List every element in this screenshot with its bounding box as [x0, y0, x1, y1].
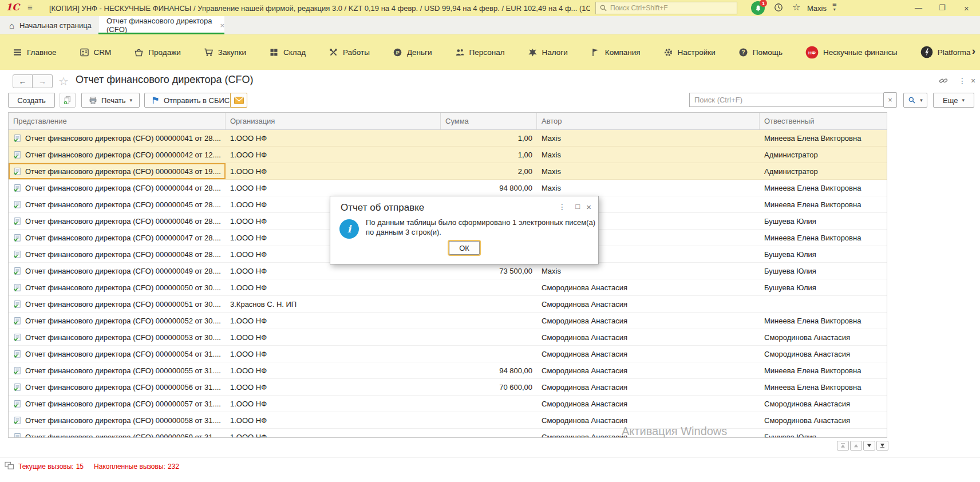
cell-organization: 1.ООО НФ [226, 379, 441, 395]
table-row[interactable]: Отчет финансового директора (CFO) 000000… [9, 163, 887, 180]
ribbon-item-warehouse[interactable]: Склад [269, 48, 306, 57]
cell-author: Смородинова Анастасия [537, 396, 760, 412]
more-button[interactable]: Еще ▾ [933, 93, 974, 108]
table-row[interactable]: Отчет финансового директора (CFO) 000000… [9, 296, 887, 313]
ok-button[interactable]: ОК [449, 241, 480, 255]
close-icon[interactable]: × [964, 3, 969, 13]
history-icon[interactable] [774, 3, 783, 12]
ribbon-item-company[interactable]: Компания [591, 48, 641, 57]
notification-badge: 1 [760, 0, 767, 7]
column-header[interactable]: Сумма [441, 113, 537, 129]
ribbon-item-money[interactable]: РДеньги [393, 48, 432, 57]
ribbon-item-crm[interactable]: CRM [80, 48, 112, 57]
create-button[interactable]: Создать [8, 93, 55, 108]
table-row[interactable]: Отчет финансового директора (CFO) 000000… [9, 329, 887, 346]
ribbon-item-nf[interactable]: НФНескучные финансы [805, 46, 898, 59]
current-user[interactable]: Maxis [807, 4, 827, 13]
cell-organization: 1.ООО НФ [226, 180, 441, 196]
form-kebab-icon[interactable]: ⋮ [958, 76, 966, 85]
ribbon-item-label: Налоги [542, 48, 568, 57]
ribbon-item-purchases[interactable]: Закупки [204, 48, 246, 57]
table-row[interactable]: Отчет финансового директора (CFO) 000000… [9, 412, 887, 429]
arrow-top-icon [840, 443, 846, 449]
ribbon-item-sales[interactable]: Продажи [134, 48, 180, 57]
ribbon-item-personnel[interactable]: Персонал [455, 48, 505, 57]
go-next-button[interactable] [863, 441, 875, 451]
printer-icon [89, 96, 97, 105]
table-row[interactable]: Отчет финансового директора (CFO) 000000… [9, 362, 887, 379]
cell-author: Смородинова Анастасия [537, 362, 760, 378]
link-icon[interactable] [939, 76, 948, 85]
main-menu-icon[interactable]: ≡ [27, 2, 33, 12]
ribbon-item-label: Персонал [469, 48, 505, 57]
ribbon-item-platforma[interactable]: Platforma [920, 46, 971, 58]
ribbon-item-main[interactable]: Главное [13, 48, 57, 57]
dropdown-caret-icon: ▾ [130, 97, 133, 103]
ribbon-item-label: Продажи [148, 48, 180, 57]
table-row[interactable]: Отчет финансового директора (CFO) 000000… [9, 147, 887, 163]
forward-button[interactable]: → [33, 74, 53, 88]
dialog-kebab-icon[interactable]: ⋮ [558, 202, 566, 211]
cell-sum: 94 800,00 [441, 362, 537, 378]
table-row[interactable]: Отчет финансового директора (CFO) 000000… [9, 379, 887, 396]
performance-monitor-icon[interactable] [5, 461, 14, 470]
ribbon-item-taxes[interactable]: Налоги [528, 48, 568, 57]
table-row[interactable]: Отчет финансового директора (CFO) 000000… [9, 279, 887, 296]
cell-responsible: Минеева Елена Викторовна [760, 313, 887, 329]
copy-button[interactable] [60, 93, 76, 108]
go-first-button[interactable] [837, 441, 849, 451]
table-row[interactable]: Отчет финансового директора (CFO) 000000… [9, 346, 887, 362]
cell-author: Смородинова Анастасия [537, 329, 760, 345]
send-email-button[interactable] [230, 93, 247, 108]
ribbon-item-label: Нескучные финансы [823, 48, 898, 57]
ribbon-item-settings[interactable]: Настройки [663, 48, 716, 57]
favorites-star-icon[interactable]: ☆ [792, 2, 800, 13]
table-row[interactable]: Отчет финансового директора (CFO) 000000… [9, 263, 887, 279]
cell-representation: Отчет финансового директора (CFO) 000000… [25, 300, 221, 309]
accumulated-calls-label: Накопленные вызовы: [94, 463, 165, 471]
dialog-close-icon[interactable]: × [586, 202, 591, 212]
column-header[interactable]: Отвественный [760, 113, 887, 129]
table-row[interactable]: Отчет финансового директора (CFO) 000000… [9, 429, 887, 437]
table-row[interactable]: Отчет финансового директора (CFO) 000000… [9, 130, 887, 147]
column-header[interactable]: Организация [226, 113, 441, 129]
tab-close-icon[interactable]: × [220, 21, 224, 30]
personnel-icon [455, 48, 465, 57]
dialog-maximize-icon[interactable]: □ [575, 202, 580, 211]
table-row[interactable]: Отчет финансового директора (CFO) 000000… [9, 396, 887, 412]
cell-sum [441, 396, 537, 412]
ribbon-overflow-icon[interactable]: › [972, 45, 975, 57]
cell-representation: Отчет финансового директора (CFO) 000000… [25, 134, 221, 143]
notifications-button[interactable]: 1 [751, 1, 765, 15]
tab-cfo-report[interactable]: Отчет финансового директора (CFO) × [98, 16, 224, 34]
restore-icon[interactable]: ❐ [939, 3, 946, 12]
table-row[interactable]: Отчет финансового директора (CFO) 000000… [9, 180, 887, 196]
row-navigation [837, 441, 888, 451]
table-row[interactable]: Отчет финансового директора (CFO) 000000… [9, 313, 887, 329]
form-close-icon[interactable]: × [971, 76, 975, 85]
global-search[interactable] [595, 2, 737, 14]
column-header[interactable]: Представление [9, 113, 226, 129]
global-search-input[interactable] [610, 4, 733, 12]
cell-author: Смородинова Анастасия [537, 412, 760, 428]
cell-representation: Отчет финансового директора (CFO) 000000… [25, 333, 221, 342]
favorite-page-star-icon[interactable]: ☆ [58, 74, 69, 88]
column-header[interactable]: Автор [537, 113, 760, 129]
go-previous-button[interactable] [850, 441, 862, 451]
report-doc-icon [13, 134, 22, 143]
minimize-icon[interactable]: — [915, 3, 922, 12]
ribbon-item-help[interactable]: ?Помощь [738, 48, 783, 57]
cell-responsible: Минеева Елена Викторовна [760, 362, 887, 378]
advanced-search-button[interactable]: ▾ [903, 93, 927, 108]
tab-home-page[interactable]: ⌂ Начальная страница [0, 16, 98, 34]
back-button[interactable]: ← [13, 74, 33, 88]
go-last-button[interactable] [876, 441, 888, 451]
service-menu-icon[interactable]: ≡▾ [832, 2, 837, 12]
print-button[interactable]: Печать ▾ [81, 93, 140, 108]
report-doc-icon [13, 433, 22, 438]
report-doc-icon [13, 167, 22, 176]
ribbon-item-works[interactable]: Работы [329, 48, 370, 57]
list-search-input[interactable] [689, 93, 884, 107]
clear-search-button[interactable]: × [883, 92, 897, 108]
send-to-sbis-button[interactable]: Отправить в СБИС [144, 93, 237, 108]
